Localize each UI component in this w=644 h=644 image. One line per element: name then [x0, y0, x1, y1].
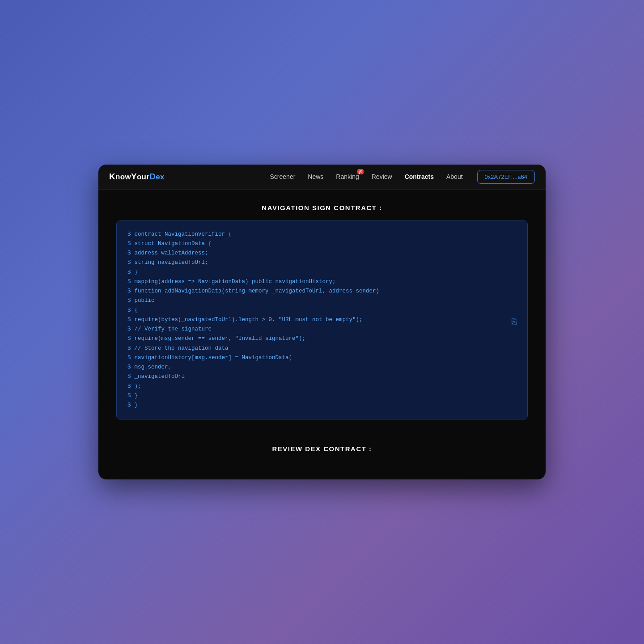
code-line: $struct NavigationData { — [127, 239, 517, 249]
review-dex-contract-title: REVIEW DEX CONTRACT : — [116, 445, 528, 453]
logo: KnowYourDex — [109, 172, 165, 182]
code-line: $address walletAddress; — [127, 249, 517, 258]
dollar-sign: $ — [127, 344, 131, 353]
code-line: $navigationHistory[msg.sender] = Navigat… — [127, 353, 517, 363]
code-text: { — [135, 306, 138, 315]
logo-know: KnowYourDex — [109, 173, 165, 181]
nav-link-ranking[interactable]: Ranking — [336, 173, 359, 180]
nav-item-review[interactable]: Review — [372, 173, 392, 181]
code-line: $); — [127, 382, 517, 391]
dollar-sign: $ — [127, 277, 131, 287]
wallet-button[interactable]: 0x2A72EF....a64 — [477, 170, 535, 184]
dollar-sign: $ — [127, 306, 131, 315]
code-text: function addNavigationData(string memory… — [135, 287, 380, 296]
nav-link-screener[interactable]: Screener — [270, 173, 296, 180]
code-line: $} — [127, 268, 517, 277]
dollar-sign: $ — [127, 230, 131, 239]
code-text: ); — [135, 382, 141, 391]
code-text: } — [135, 391, 138, 401]
dollar-sign: $ — [127, 287, 131, 296]
review-section: REVIEW DEX CONTRACT : — [116, 434, 528, 465]
dollar-sign: $ — [127, 268, 131, 277]
dollar-sign: $ — [127, 249, 131, 258]
code-text: // Store the navigation data — [135, 344, 229, 353]
nav-item-screener[interactable]: Screener — [270, 173, 296, 181]
code-text: contract NavigationVerifier { — [135, 230, 232, 239]
nav-link-news[interactable]: News — [308, 173, 323, 180]
nav-link-review[interactable]: Review — [372, 173, 392, 180]
dollar-sign: $ — [127, 401, 131, 410]
code-text: // Verify the signature — [135, 325, 212, 334]
code-line: ${ — [127, 306, 517, 315]
code-line: $contract NavigationVerifier { — [127, 230, 517, 239]
code-text: navigationHistory[msg.sender] = Navigati… — [135, 353, 292, 363]
nav-item-news[interactable]: News — [308, 173, 323, 181]
dollar-sign: $ — [127, 363, 131, 372]
dollar-sign: $ — [127, 258, 131, 267]
dollar-sign: $ — [127, 372, 131, 381]
code-line: $// Verify the signature — [127, 325, 517, 334]
nav-sign-contract-title: NAVIGATION SIGN CONTRACT : — [116, 204, 528, 212]
nav-link-about[interactable]: About — [446, 173, 463, 180]
dollar-sign: $ — [127, 391, 131, 401]
code-line: $msg.sender, — [127, 363, 517, 372]
code-line: $require(msg.sender == sender, "Invalid … — [127, 334, 517, 343]
main-content: NAVIGATION SIGN CONTRACT : $contract Nav… — [98, 190, 546, 480]
code-text: require(msg.sender == sender, "Invalid s… — [135, 334, 306, 343]
code-line: $} — [127, 401, 517, 410]
code-line: $public — [127, 296, 517, 305]
ranking-wrapper: Ranking β — [336, 173, 359, 181]
code-text: msg.sender, — [135, 363, 172, 372]
dollar-sign: $ — [127, 353, 131, 363]
code-line: $} — [127, 391, 517, 401]
dollar-sign: $ — [127, 315, 131, 325]
nav-link-contracts[interactable]: Contracts — [405, 173, 434, 180]
code-text: _navigatedToUrl — [135, 372, 185, 381]
dollar-sign: $ — [127, 325, 131, 334]
code-line: $_navigatedToUrl — [127, 372, 517, 381]
code-text: string navigatedToUrl; — [135, 258, 208, 267]
code-line: $string navigatedToUrl; — [127, 258, 517, 267]
code-text: address walletAddress; — [135, 249, 208, 258]
beta-badge: β — [357, 169, 364, 174]
code-text: } — [135, 401, 138, 410]
code-text: mapping(address => NavigationData) publi… — [135, 277, 336, 287]
dollar-sign: $ — [127, 382, 131, 391]
code-line: $function addNavigationData(string memor… — [127, 287, 517, 296]
nav-item-contracts[interactable]: Contracts — [405, 173, 434, 181]
code-text: require(bytes(_navigatedToUrl).length > … — [135, 315, 363, 325]
code-text: public — [135, 296, 155, 305]
app-window: KnowYourDex Screener News Ranking β Revi… — [98, 165, 546, 480]
nav-sign-contract-code-block: $contract NavigationVerifier { $struct N… — [116, 220, 528, 420]
navbar: KnowYourDex Screener News Ranking β Revi… — [98, 165, 546, 190]
code-line: $// Store the navigation data — [127, 344, 517, 353]
nav-item-ranking[interactable]: Ranking β — [336, 173, 359, 181]
code-text: } — [135, 268, 138, 277]
dollar-sign: $ — [127, 334, 131, 343]
nav-links: Screener News Ranking β Review Contracts… — [270, 173, 463, 181]
code-line: $ require(bytes(_navigatedToUrl).length … — [127, 315, 517, 325]
code-text: struct NavigationData { — [135, 239, 212, 249]
copy-icon[interactable]: ⎘ — [512, 315, 517, 329]
code-line: $mapping(address => NavigationData) publ… — [127, 277, 517, 287]
code-content: $contract NavigationVerifier { $struct N… — [127, 230, 517, 411]
dollar-sign: $ — [127, 296, 131, 305]
nav-item-about[interactable]: About — [446, 173, 463, 181]
dollar-sign: $ — [127, 239, 131, 249]
